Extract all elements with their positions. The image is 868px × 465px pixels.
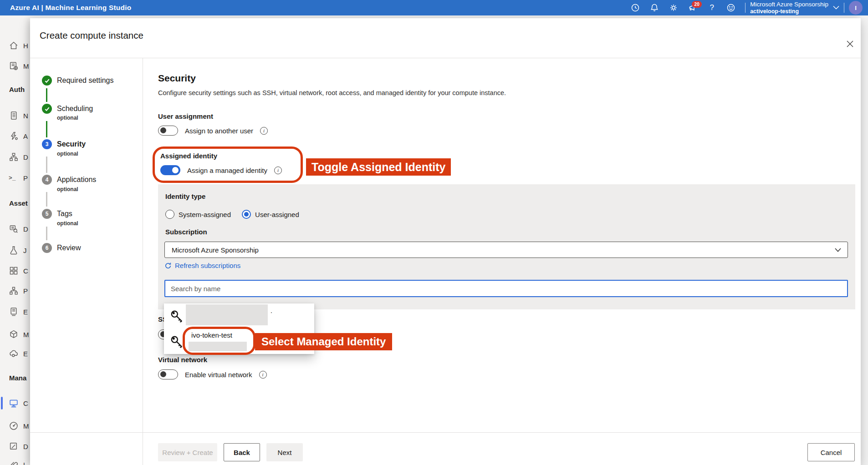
sidebar-item-home[interactable]: H: [0, 37, 30, 54]
radio-label: User-assigned: [255, 211, 299, 218]
identity-type-label: Identity type: [165, 192, 205, 200]
models-icon: [9, 329, 19, 339]
sidebar-item-endpoints[interactable]: E: [0, 345, 30, 362]
settings-icon[interactable]: [664, 0, 683, 15]
stepper-divider: [143, 58, 143, 465]
step-review-indicator[interactable]: 6: [42, 243, 52, 253]
radio-system-assigned[interactable]: System-assigned: [165, 210, 231, 219]
assign-managed-identity-row: Assign a managed identity i: [160, 165, 282, 175]
step-number: 6: [46, 245, 49, 251]
step-security-indicator[interactable]: 3: [42, 139, 52, 149]
chevron-down-icon: [835, 248, 841, 252]
history-icon[interactable]: [626, 0, 645, 15]
subscription-label: Subscription: [165, 228, 207, 236]
step-label[interactable]: Applications: [57, 176, 96, 184]
step-label[interactable]: Scheduling: [57, 105, 93, 113]
top-app-bar: Azure AI | Machine Learning Studio 20 ? …: [0, 0, 868, 15]
environments-icon: [9, 307, 19, 317]
sidebar-item-pipelines[interactable]: P: [0, 283, 30, 299]
avatar[interactable]: I: [849, 1, 863, 15]
next-button[interactable]: Next: [266, 443, 303, 461]
cancel-button[interactable]: Cancel: [807, 443, 855, 461]
sidebar-item-automated-ml[interactable]: A: [0, 128, 30, 144]
step-required-settings-indicator[interactable]: [42, 76, 52, 86]
sidebar-item-environments[interactable]: E: [0, 303, 30, 320]
assign-managed-identity-toggle[interactable]: [160, 165, 180, 175]
sidebar-item-notebooks[interactable]: N: [0, 107, 30, 124]
step-sublabel: optional: [57, 151, 78, 157]
sidebar-label-fragment: C: [23, 399, 30, 407]
annotation-callout-toggle: Toggle Assigned Identity: [306, 158, 451, 176]
sidebar-item-model-catalog[interactable]: M: [0, 58, 30, 74]
workspace-switcher[interactable]: Microsoft Azure Sponsorship activeloop-t…: [750, 1, 839, 15]
create-compute-instance-dialog: Create compute instance Required setting…: [30, 18, 861, 465]
identity-search-input[interactable]: [164, 280, 848, 297]
step-label[interactable]: Security: [57, 140, 86, 148]
announcements-icon[interactable]: 20: [683, 0, 702, 15]
sidebar-section-assets: Asset: [9, 199, 28, 207]
virtual-network-label: Virtual network: [158, 356, 207, 364]
step-label[interactable]: Required settings: [57, 76, 114, 85]
step-label[interactable]: Review: [57, 244, 81, 252]
sidebar-item-jobs[interactable]: J: [0, 242, 30, 258]
step-tags-indicator[interactable]: 5: [42, 209, 52, 219]
back-button[interactable]: Back: [224, 443, 260, 461]
info-icon[interactable]: i: [259, 371, 267, 379]
question-mark-glyph: ?: [710, 3, 714, 12]
sidebar-item-monitoring[interactable]: M: [0, 418, 30, 434]
sidebar-item-models[interactable]: M: [0, 326, 30, 343]
step-label[interactable]: Tags: [57, 210, 72, 218]
feedback-icon[interactable]: [721, 0, 740, 15]
assign-other-user-toggle[interactable]: [158, 126, 178, 136]
check-icon: [44, 78, 50, 84]
refresh-subscriptions-link[interactable]: Refresh subscriptions: [164, 262, 240, 269]
info-icon[interactable]: i: [274, 167, 282, 174]
gear-icon: [669, 3, 679, 13]
sidebar-item-data[interactable]: D: [0, 221, 30, 237]
topbar-actions: 20 ? Microsoft Azure Sponsorship activel…: [626, 0, 868, 15]
sidebar-label-fragment: P: [23, 287, 30, 295]
sidebar-label-fragment: M: [23, 62, 30, 70]
linked-services-icon: [9, 460, 19, 465]
step-scheduling-indicator[interactable]: [42, 104, 52, 114]
radio-user-assigned[interactable]: User-assigned: [242, 210, 299, 219]
sidebar-label-fragment: E: [23, 350, 30, 358]
notification-badge: 20: [692, 1, 702, 8]
sidebar-item-data-labeling[interactable]: D: [0, 438, 30, 455]
designer-icon: [9, 152, 19, 162]
step-number: 5: [46, 211, 49, 217]
topbar-divider: [844, 3, 844, 13]
components-icon: [9, 266, 19, 276]
subscription-select[interactable]: Microsoft Azure Sponsorship: [164, 242, 848, 258]
automated-ml-icon: [9, 131, 19, 141]
topbar-divider: [745, 3, 745, 13]
sidebar-item-compute[interactable]: C: [0, 395, 30, 411]
toggle-knob: [160, 371, 166, 377]
sidebar-item-prompt-flow[interactable]: >_ P: [0, 170, 30, 186]
step-applications-indicator[interactable]: 4: [42, 175, 52, 185]
close-icon: [846, 40, 854, 48]
sidebar-item-linked-services[interactable]: L: [0, 456, 30, 465]
workspace-text: Microsoft Azure Sponsorship activeloop-t…: [750, 1, 828, 15]
key-icon: [169, 334, 185, 350]
sidebar-label-fragment: L: [23, 461, 30, 465]
close-button[interactable]: [845, 39, 855, 49]
step-connector: [46, 88, 47, 102]
sidebar-item-components[interactable]: C: [0, 263, 30, 279]
left-nav-sidebar: H M Auth N A D >_ P Asset D J C P E: [0, 15, 30, 465]
enable-virtual-network-toggle[interactable]: [158, 369, 178, 379]
prompt-flow-icon: >_: [9, 175, 16, 182]
identity-option-1[interactable]: .: [164, 303, 314, 329]
notebooks-icon: [9, 111, 19, 121]
help-icon[interactable]: ?: [702, 0, 721, 15]
notifications-icon[interactable]: [645, 0, 664, 15]
pipelines-icon: [9, 286, 19, 296]
info-icon[interactable]: i: [260, 127, 268, 135]
review-create-button[interactable]: Review + Create: [158, 443, 217, 461]
identity-panel: Identity type System-assigned User-assig…: [158, 184, 855, 309]
sidebar-label-fragment: M: [23, 422, 30, 430]
sidebar-item-designer[interactable]: D: [0, 149, 30, 165]
toggle-label: Assign to another user: [185, 127, 253, 135]
sidebar-selection-indicator: [1, 397, 3, 409]
radio-selected-icon: [242, 210, 251, 219]
